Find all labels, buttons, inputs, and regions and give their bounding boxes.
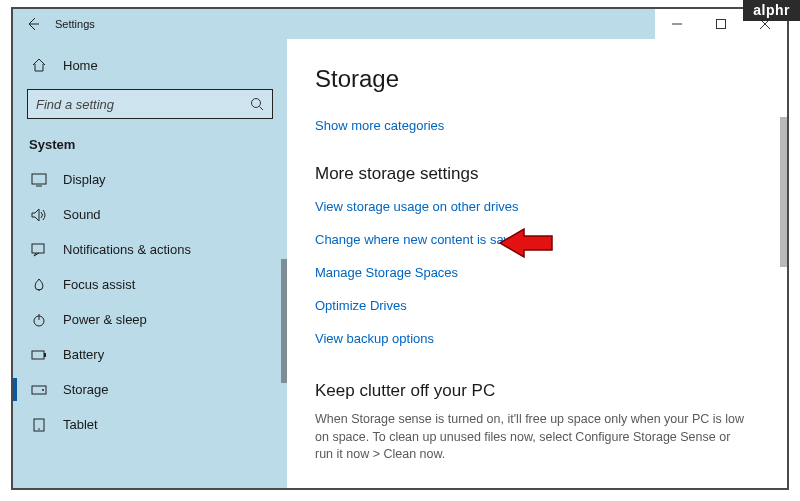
minimize-button[interactable] — [655, 9, 699, 39]
settings-window: Settings Home — [11, 7, 789, 490]
show-more-categories-link[interactable]: Show more categories — [315, 113, 759, 138]
svg-rect-2 — [717, 20, 726, 29]
search-icon — [250, 97, 264, 111]
sidebar-item-tablet[interactable]: Tablet — [13, 407, 287, 442]
watermark-badge: alphr — [743, 0, 800, 21]
link-view-backup-options[interactable]: View backup options — [315, 326, 759, 351]
page-title: Storage — [315, 65, 759, 93]
notifications-icon — [29, 243, 49, 257]
sidebar-item-storage[interactable]: Storage — [13, 372, 287, 407]
storage-icon — [29, 384, 49, 396]
sidebar-item-label: Sound — [63, 207, 101, 222]
main-content: Storage Show more categories More storag… — [287, 39, 787, 488]
main-scrollbar[interactable] — [780, 117, 787, 267]
sidebar-item-label: Focus assist — [63, 277, 135, 292]
sound-icon — [29, 208, 49, 222]
svg-rect-14 — [44, 353, 46, 357]
sidebar: Home System Display — [13, 39, 287, 488]
search-input[interactable] — [36, 97, 250, 112]
svg-point-5 — [252, 99, 261, 108]
svg-point-18 — [38, 428, 40, 430]
link-change-save-location[interactable]: Change where new content is saved — [315, 227, 759, 252]
back-button[interactable] — [13, 9, 53, 39]
category-heading: System — [13, 131, 287, 162]
focus-assist-icon — [29, 278, 49, 292]
arrow-left-icon — [26, 17, 40, 31]
sidebar-item-sound[interactable]: Sound — [13, 197, 287, 232]
more-storage-settings-heading: More storage settings — [315, 164, 759, 184]
display-icon — [29, 173, 49, 187]
sidebar-item-focus-assist[interactable]: Focus assist — [13, 267, 287, 302]
sidebar-item-label: Power & sleep — [63, 312, 147, 327]
svg-line-6 — [260, 107, 264, 111]
link-manage-storage-spaces[interactable]: Manage Storage Spaces — [315, 260, 759, 285]
tablet-icon — [29, 418, 49, 432]
link-view-storage-usage[interactable]: View storage usage on other drives — [315, 194, 759, 219]
home-icon — [29, 57, 49, 73]
titlebar: Settings — [13, 9, 787, 39]
sidebar-item-display[interactable]: Display — [13, 162, 287, 197]
keep-clutter-description: When Storage sense is turned on, it'll f… — [315, 411, 745, 464]
maximize-button[interactable] — [699, 9, 743, 39]
minimize-icon — [672, 19, 682, 29]
window-title: Settings — [53, 18, 95, 30]
link-optimize-drives[interactable]: Optimize Drives — [315, 293, 759, 318]
sidebar-item-label: Storage — [63, 382, 109, 397]
battery-icon — [29, 349, 49, 361]
sidebar-item-notifications[interactable]: Notifications & actions — [13, 232, 287, 267]
svg-rect-7 — [32, 174, 46, 184]
sidebar-item-label: Notifications & actions — [63, 242, 191, 257]
home-label: Home — [63, 58, 98, 73]
search-box[interactable] — [27, 89, 273, 119]
home-nav[interactable]: Home — [13, 49, 287, 81]
svg-rect-13 — [32, 351, 44, 359]
sidebar-item-label: Display — [63, 172, 106, 187]
sidebar-item-power-sleep[interactable]: Power & sleep — [13, 302, 287, 337]
maximize-icon — [716, 19, 726, 29]
svg-point-16 — [42, 389, 44, 391]
sidebar-item-battery[interactable]: Battery — [13, 337, 287, 372]
sidebar-item-label: Battery — [63, 347, 104, 362]
keep-clutter-heading: Keep clutter off your PC — [315, 381, 759, 401]
sidebar-item-label: Tablet — [63, 417, 98, 432]
svg-rect-9 — [32, 244, 44, 253]
power-icon — [29, 313, 49, 327]
